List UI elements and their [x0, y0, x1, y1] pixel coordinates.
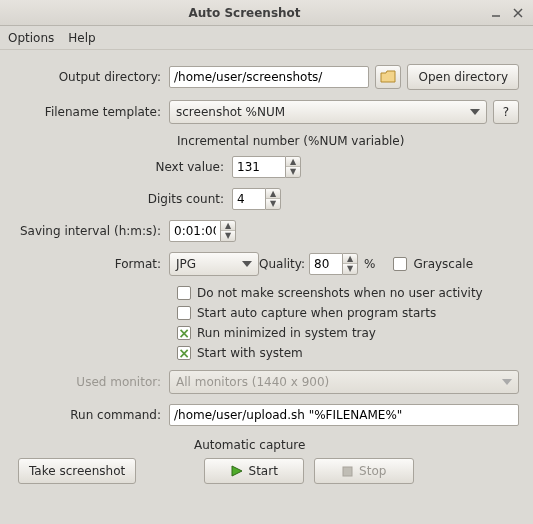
template-help-button[interactable]: ? — [493, 100, 519, 124]
spin-up-icon[interactable]: ▲ — [221, 221, 235, 231]
label-format: Format: — [14, 257, 169, 271]
digits-count-spinner[interactable]: ▲▼ — [232, 188, 281, 210]
open-directory-button[interactable]: Open directory — [407, 64, 519, 90]
label-auto-capture: Automatic capture — [194, 438, 519, 452]
label-next-value: Next value: — [14, 160, 232, 174]
label-auto-start: Start auto capture when program starts — [197, 306, 436, 320]
label-digits-count: Digits count: — [14, 192, 232, 206]
run-command-input[interactable] — [169, 404, 519, 426]
take-screenshot-button[interactable]: Take screenshot — [18, 458, 136, 484]
label-percent: % — [364, 257, 375, 271]
spin-up-icon[interactable]: ▲ — [343, 254, 357, 264]
browse-button[interactable] — [375, 65, 401, 89]
label-start-system: Start with system — [197, 346, 303, 360]
svg-rect-3 — [343, 467, 352, 476]
label-output-dir: Output directory: — [14, 70, 169, 84]
next-value-spinner[interactable]: ▲▼ — [232, 156, 301, 178]
window-title: Auto Screenshot — [6, 6, 483, 20]
stop-icon — [342, 466, 353, 477]
label-no-activity: Do not make screenshots when no user act… — [197, 286, 483, 300]
close-button[interactable] — [509, 5, 527, 21]
spin-down-icon[interactable]: ▼ — [221, 231, 235, 241]
label-saving-interval: Saving interval (h:m:s): — [14, 224, 169, 238]
minimize-button[interactable] — [487, 5, 505, 21]
output-dir-input[interactable] — [169, 66, 369, 88]
used-monitor-combo: All monitors (1440 x 900) — [169, 370, 519, 394]
spin-up-icon[interactable]: ▲ — [266, 189, 280, 199]
label-minimized-tray: Run minimized in system tray — [197, 326, 376, 340]
play-icon — [231, 465, 243, 477]
grayscale-checkbox[interactable] — [393, 257, 407, 271]
spin-up-icon[interactable]: ▲ — [286, 157, 300, 167]
minimized-tray-checkbox[interactable] — [177, 326, 191, 340]
auto-start-checkbox[interactable] — [177, 306, 191, 320]
chevron-down-icon — [502, 379, 512, 385]
menu-options[interactable]: Options — [8, 31, 54, 45]
menu-help[interactable]: Help — [68, 31, 95, 45]
stop-button: Stop — [314, 458, 414, 484]
titlebar: Auto Screenshot — [0, 0, 533, 26]
no-activity-checkbox[interactable] — [177, 286, 191, 300]
menubar: Options Help — [0, 26, 533, 50]
filename-template-combo[interactable]: screenshot %NUM — [169, 100, 487, 124]
chevron-down-icon — [470, 109, 480, 115]
spin-down-icon[interactable]: ▼ — [266, 199, 280, 209]
label-quality: Quality: — [259, 257, 309, 271]
saving-interval-spinner[interactable]: ▲▼ — [169, 220, 236, 242]
chevron-down-icon — [242, 261, 252, 267]
start-system-checkbox[interactable] — [177, 346, 191, 360]
spin-down-icon[interactable]: ▼ — [286, 167, 300, 177]
label-incremental: Incremental number (%NUM variable) — [177, 134, 519, 148]
folder-icon — [380, 70, 396, 84]
quality-spinner[interactable]: ▲▼ — [309, 253, 358, 275]
format-combo[interactable]: JPG — [169, 252, 259, 276]
start-button[interactable]: Start — [204, 458, 304, 484]
spin-down-icon[interactable]: ▼ — [343, 264, 357, 274]
label-used-monitor: Used monitor: — [14, 375, 169, 389]
label-grayscale: Grayscale — [413, 257, 473, 271]
label-run-command: Run command: — [14, 408, 169, 422]
label-filename-template: Filename template: — [14, 105, 169, 119]
